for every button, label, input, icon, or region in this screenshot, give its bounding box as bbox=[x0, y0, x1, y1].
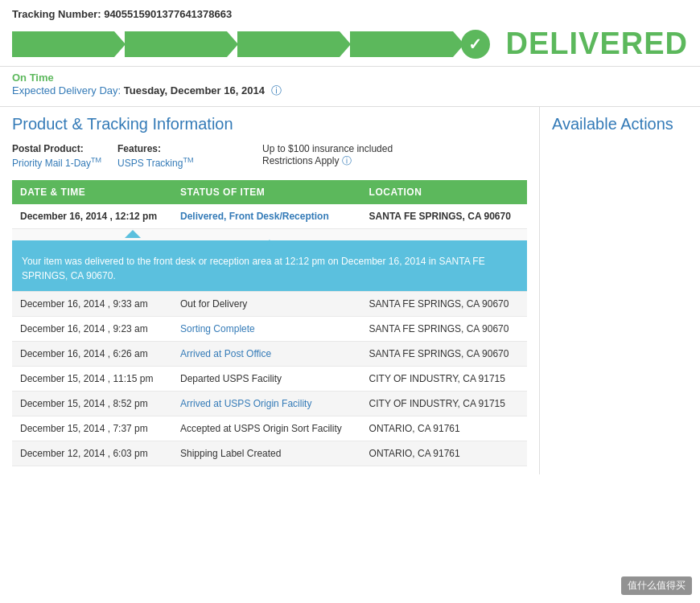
insurance-line2: Restrictions Apply ⓘ bbox=[262, 154, 393, 168]
insurance-line1: Up to $100 insurance included bbox=[262, 143, 393, 154]
product-info: Postal Product: Priority Mail 1-DayTM Fe… bbox=[12, 143, 527, 169]
cell-location: SANTA FE SPRINGS, CA 90670 bbox=[361, 342, 527, 367]
features-value: USPS TrackingTM bbox=[117, 156, 246, 169]
col-status: STATUS OF ITEM bbox=[172, 180, 361, 204]
expected-label: Expected Delivery Day: bbox=[12, 84, 121, 96]
postal-product-label: Postal Product: bbox=[12, 143, 101, 154]
cell-status[interactable]: Delivered, Front Desk/Reception bbox=[172, 204, 361, 229]
delivered-label: DELIVERED bbox=[506, 27, 688, 61]
cell-location: SANTA FE SPRINGS, CA 90670 bbox=[361, 292, 527, 317]
tracking-header: Tracking Number: 940551590137764137­8663… bbox=[0, 0, 700, 67]
insurance-col: Up to $100 insurance included Restrictio… bbox=[262, 143, 393, 169]
progress-bar: ✓ bbox=[12, 31, 490, 57]
progress-check: ✓ bbox=[461, 30, 490, 59]
expected-delivery-line: Expected Delivery Day: Tuesday, December… bbox=[12, 84, 688, 98]
cell-location: ONTARIO, CA 91761 bbox=[361, 441, 527, 466]
features-col: Features: USPS TrackingTM bbox=[117, 143, 246, 169]
table-row: December 16, 2014 , 9:23 amSorting Compl… bbox=[12, 317, 527, 342]
cell-status[interactable]: Arrived at USPS Origin Facility bbox=[172, 392, 361, 416]
table-row: December 12, 2014 , 6:03 pmShipping Labe… bbox=[12, 441, 527, 466]
tracking-number-line: Tracking Number: 940551590137764137­8663 bbox=[12, 8, 688, 20]
progress-segment-1 bbox=[12, 31, 114, 57]
tracking-label: Tracking Number: bbox=[12, 8, 101, 20]
progress-segment-3 bbox=[237, 31, 340, 57]
info-icon[interactable]: ⓘ bbox=[271, 84, 282, 96]
tracking-number: 940551590137764137­8663 bbox=[104, 8, 232, 20]
cell-location: SANTA FE SPRINGS, CA 90670 bbox=[361, 204, 527, 229]
info-icon-2[interactable]: ⓘ bbox=[342, 155, 352, 166]
progress-segment-4 bbox=[350, 31, 452, 57]
cell-datetime: December 16, 2014 , 9:33 am bbox=[12, 292, 172, 317]
cell-location: CITY OF INDUSTRY, CA 91715 bbox=[361, 392, 527, 416]
postal-product-col: Postal Product: Priority Mail 1-DayTM bbox=[12, 143, 101, 169]
cell-datetime: December 16, 2014 , 9:23 am bbox=[12, 317, 172, 342]
cell-status: Departed USPS Facility bbox=[172, 367, 361, 392]
progress-segment-2 bbox=[125, 31, 227, 57]
product-section-title: Product & Tracking Information bbox=[12, 115, 527, 133]
available-actions-title: Available Actions bbox=[552, 115, 688, 133]
col-location: LOCATION bbox=[361, 180, 527, 204]
table-row: December 16, 2014 , 6:26 amArrived at Po… bbox=[12, 342, 527, 367]
delivery-note: Your item was delivered to the front des… bbox=[12, 240, 527, 291]
cell-datetime: December 15, 2014 , 7:37 pm bbox=[12, 416, 172, 441]
postal-product-value: Priority Mail 1-DayTM bbox=[12, 156, 101, 169]
table-row: December 16, 2014 , 12:12 pmDelivered, F… bbox=[12, 204, 527, 229]
cell-location: ONTARIO, CA 91761 bbox=[361, 416, 527, 441]
right-section: Available Actions bbox=[539, 106, 700, 474]
expected-date: Tuesday, December 16, 2014 bbox=[124, 84, 265, 96]
cell-location: SANTA FE SPRINGS, CA 90670 bbox=[361, 317, 527, 342]
cell-datetime: December 15, 2014 , 11:15 pm bbox=[12, 367, 172, 392]
features-label: Features: bbox=[117, 143, 246, 154]
ontime-section: On Time Expected Delivery Day: Tuesday, … bbox=[0, 67, 700, 106]
delivery-note-row: Your item was delivered to the front des… bbox=[12, 229, 527, 292]
table-row: December 15, 2014 , 7:37 pmAccepted at U… bbox=[12, 416, 527, 441]
on-time-label: On Time bbox=[12, 72, 688, 84]
cell-datetime: December 12, 2014 , 6:03 pm bbox=[12, 441, 172, 466]
cell-datetime: December 15, 2014 , 8:52 pm bbox=[12, 392, 172, 416]
col-datetime: DATE & TIME bbox=[12, 180, 172, 204]
table-row: December 15, 2014 , 11:15 pmDeparted USP… bbox=[12, 367, 527, 392]
cell-datetime: December 16, 2014 , 6:26 am bbox=[12, 342, 172, 367]
left-section: Product & Tracking Information Postal Pr… bbox=[0, 106, 539, 474]
cell-status: Out for Delivery bbox=[172, 292, 361, 317]
table-row: December 16, 2014 , 9:33 amOut for Deliv… bbox=[12, 292, 527, 317]
cell-status: Accepted at USPS Origin Sort Facility bbox=[172, 416, 361, 441]
cell-status[interactable]: Sorting Complete bbox=[172, 317, 361, 342]
main-content: Product & Tracking Information Postal Pr… bbox=[0, 106, 700, 474]
cell-location: CITY OF INDUSTRY, CA 91715 bbox=[361, 367, 527, 392]
tracking-table: DATE & TIME STATUS OF ITEM LOCATION Dece… bbox=[12, 180, 527, 466]
table-row: December 15, 2014 , 8:52 pmArrived at US… bbox=[12, 392, 527, 416]
cell-status[interactable]: Arrived at Post Office bbox=[172, 342, 361, 367]
cell-status: Shipping Label Created bbox=[172, 441, 361, 466]
cell-datetime: December 16, 2014 , 12:12 pm bbox=[12, 204, 172, 229]
